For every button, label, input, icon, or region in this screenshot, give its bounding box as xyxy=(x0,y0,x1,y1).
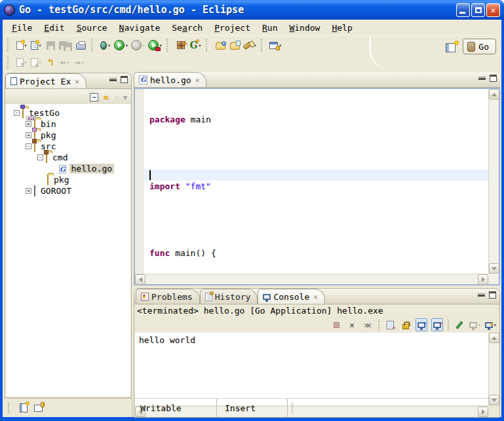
close-editor-icon[interactable]: ✕ xyxy=(195,76,200,84)
forward-icon: → xyxy=(75,56,81,68)
scroll-right-button[interactable] xyxy=(478,274,488,285)
new-wizard-button[interactable]: ▾ xyxy=(14,38,29,52)
expander-icon[interactable]: - xyxy=(37,155,43,160)
scroll-lock-button[interactable] xyxy=(400,318,412,331)
editor-content[interactable]: package main import "fmt" func main() { … xyxy=(134,88,500,285)
run-last-button[interactable]: ▾ xyxy=(130,38,147,52)
save-button[interactable] xyxy=(43,38,58,52)
launch-shortcut-button[interactable] xyxy=(34,405,43,412)
toolbar-separator xyxy=(448,320,449,330)
tree-item-testgo[interactable]: - testGo xyxy=(6,107,130,119)
toolbar-separator xyxy=(7,56,12,69)
menu-file[interactable]: File xyxy=(7,21,37,35)
close-console-icon[interactable]: ✕ xyxy=(313,293,318,301)
search-button[interactable]: ▾ xyxy=(242,38,258,52)
minimize-button[interactable] xyxy=(456,3,470,17)
menu-navigate[interactable]: Navigate xyxy=(114,21,166,35)
maximize-console-button[interactable] xyxy=(489,291,496,299)
console-output-area[interactable]: hello world xyxy=(135,333,499,405)
tree-item-pkg-src[interactable]: pkg xyxy=(6,174,130,185)
menu-edit[interactable]: Edit xyxy=(39,21,69,35)
open-resource-button[interactable] xyxy=(213,38,227,52)
previous-annotation-button[interactable]: ▲▾ xyxy=(29,55,43,69)
remove-all-terminated-button[interactable]: ✕✕ xyxy=(362,318,374,331)
tree-item-hello-go[interactable]: G hello.go xyxy=(6,163,130,174)
tree-item-pkg[interactable]: + pkg xyxy=(6,130,130,141)
remove-launch-button[interactable]: ✕ xyxy=(346,318,358,331)
minimize-editor-button[interactable] xyxy=(478,77,486,80)
back-button[interactable]: ←▾ xyxy=(58,55,72,69)
open-task-button[interactable] xyxy=(227,38,242,52)
forward-button[interactable]: →▾ xyxy=(72,55,87,69)
pin-console-button[interactable] xyxy=(454,318,465,331)
new-go-package-button[interactable]: + xyxy=(174,38,188,52)
console-tab[interactable]: Console ✕ xyxy=(258,289,324,304)
menu-help[interactable]: Help xyxy=(326,21,357,35)
clear-console-button[interactable]: ✕ xyxy=(384,318,396,331)
title-bar[interactable]: Go - testGo/src/cmd/hello.go - Eclipse ✕ xyxy=(0,0,504,20)
scroll-down-button[interactable] xyxy=(489,263,499,274)
expander-icon[interactable]: - xyxy=(26,143,31,149)
maximize-editor-button[interactable] xyxy=(490,75,497,82)
go-perspective-label: Go xyxy=(478,42,489,52)
new-go-element-button[interactable]: ▾ xyxy=(29,38,43,52)
main-toolbar: ▾ ▾ ▾ ▾ ▾ ▾ + G+▾ ▾ ▾ xyxy=(3,36,501,71)
last-edit-location-button[interactable]: ↰ xyxy=(43,55,58,69)
console-status-line: <terminated> hello.go [Go Application] h… xyxy=(134,305,499,317)
editor-area: G hello.go ✕ package main import "fmt" xyxy=(134,72,500,285)
tree-item-bin[interactable]: + 010 bin xyxy=(6,119,130,130)
save-all-button[interactable] xyxy=(58,38,73,52)
expander-icon[interactable]: + xyxy=(26,132,31,138)
console-toolbar: ✕ ✕✕ ✕ ✎ ✕ ▾ +▾ xyxy=(330,318,497,332)
view-menu-button[interactable]: ⁘ ▽ xyxy=(114,93,127,101)
debug-button[interactable]: ▾ xyxy=(98,38,113,52)
external-tools-button[interactable]: ▾ xyxy=(147,38,164,52)
problems-tab[interactable]: Problems xyxy=(136,289,200,304)
collapse-all-button[interactable]: − xyxy=(90,93,98,101)
code-text[interactable]: package main import "fmt" func main() { … xyxy=(144,89,488,274)
minimize-view-button[interactable] xyxy=(109,78,117,81)
expander-icon[interactable]: + xyxy=(26,188,31,194)
history-tab[interactable]: History xyxy=(200,289,258,304)
console-vertical-scrollbar[interactable] xyxy=(488,333,499,405)
run-button[interactable]: ▾ xyxy=(113,38,130,52)
fast-view-button[interactable] xyxy=(20,403,28,412)
next-annotation-button[interactable]: ▼▾ xyxy=(14,55,29,69)
scroll-up-button[interactable] xyxy=(489,333,499,343)
link-with-editor-button[interactable]: ⇆ xyxy=(104,92,109,102)
display-selected-console-button[interactable]: ▾ xyxy=(469,318,481,331)
expander-icon[interactable]: - xyxy=(14,110,20,116)
close-button[interactable]: ✕ xyxy=(486,3,500,17)
tree-item-cmd[interactable]: - cmd xyxy=(6,152,130,163)
go-app-icon: G+ xyxy=(190,40,198,50)
maximize-button[interactable] xyxy=(471,3,485,17)
editor-vertical-scrollbar[interactable] xyxy=(488,89,499,274)
menu-project[interactable]: Project xyxy=(209,21,256,35)
maximize-view-button[interactable] xyxy=(121,76,128,83)
menu-run[interactable]: Run xyxy=(257,21,282,35)
project-explorer-tab[interactable]: Project Ex ✕ xyxy=(5,73,87,88)
tree-item-goroot[interactable]: + GOROOT xyxy=(6,185,130,196)
menu-source[interactable]: Source xyxy=(71,21,113,35)
open-console-button[interactable]: +▾ xyxy=(485,318,497,331)
scroll-left-button[interactable] xyxy=(135,274,145,285)
menu-window[interactable]: Window xyxy=(284,21,325,35)
show-stdout-toggle[interactable]: ✎ xyxy=(416,318,427,331)
new-go-app-button[interactable]: G+▾ xyxy=(188,38,203,52)
annotation-ruler[interactable] xyxy=(135,89,144,274)
maximize-icon xyxy=(475,7,482,13)
terminate-button[interactable] xyxy=(330,318,342,331)
run-history-button[interactable]: ▾ xyxy=(268,38,283,52)
open-perspective-button[interactable] xyxy=(446,41,459,52)
editor-horizontal-scrollbar[interactable] xyxy=(135,274,488,284)
editor-tab-hello-go[interactable]: G hello.go ✕ xyxy=(134,72,206,87)
go-perspective-button[interactable]: Go xyxy=(463,39,496,54)
close-view-icon[interactable]: ✕ xyxy=(75,77,79,86)
tree-item-src[interactable]: - src xyxy=(6,141,130,152)
minimize-console-button[interactable] xyxy=(478,293,485,297)
print-button[interactable] xyxy=(73,38,88,52)
menu-search[interactable]: Search xyxy=(166,21,208,35)
scroll-up-button[interactable] xyxy=(489,89,499,100)
expander-icon[interactable]: + xyxy=(26,121,31,127)
show-stderr-toggle[interactable]: ✕ xyxy=(431,318,443,331)
